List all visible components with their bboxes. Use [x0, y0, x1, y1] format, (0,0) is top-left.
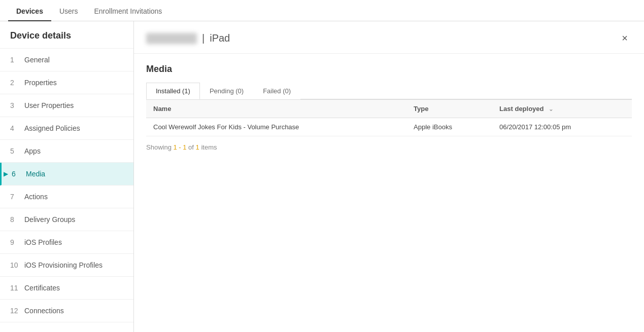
showing-prefix: Showing: [146, 143, 173, 151]
sidebar-item-general[interactable]: 1 General: [0, 49, 133, 71]
top-navigation: Devices Users Enrollment Invitations: [0, 0, 644, 21]
tab-failed[interactable]: Failed (0): [253, 83, 300, 99]
sidebar-item-assigned-policies[interactable]: 4 Assigned Policies: [0, 117, 133, 140]
sidebar-item-media[interactable]: ▶ 6 Media: [0, 163, 133, 186]
media-tab-bar: Installed (1) Pending (0) Failed (0): [146, 83, 632, 99]
sidebar-item-num: 2: [10, 79, 19, 87]
sidebar-item-num: 12: [10, 307, 19, 315]
sidebar-item-num: 6: [12, 170, 21, 178]
content-area: | iPad × Media Installed (1) Pending (0)…: [134, 21, 644, 332]
sidebar-item-label: iOS Provisioning Profiles: [24, 261, 103, 269]
table-row: Cool Werewolf Jokes For Kids - Volume Pu…: [146, 118, 632, 136]
main-layout: Device details 1 General 2 Properties 3 …: [0, 21, 644, 332]
sidebar-item-num: 11: [10, 284, 19, 292]
device-name-blurred: [146, 33, 197, 44]
sidebar-item-ios-profiles[interactable]: 9 iOS Profiles: [0, 231, 133, 254]
sort-icon: ⌄: [549, 106, 553, 112]
showing-of: of: [187, 143, 196, 151]
sidebar-item-label: Actions: [24, 193, 48, 201]
sidebar-item-label: User Properties: [24, 101, 74, 109]
separator: |: [202, 32, 205, 44]
sidebar-item-actions[interactable]: 7 Actions: [0, 186, 133, 208]
media-type: Apple iBooks: [406, 118, 492, 136]
section-title: Media: [146, 64, 632, 75]
active-indicator: ▶: [4, 170, 8, 177]
sidebar-item-label: Connections: [24, 307, 64, 315]
sidebar-item-label: General: [24, 56, 50, 64]
sidebar-item-user-properties[interactable]: 3 User Properties: [0, 94, 133, 117]
media-name: Cool Werewolf Jokes For Kids - Volume Pu…: [146, 118, 406, 136]
sidebar-item-label: Apps: [24, 147, 41, 155]
sidebar-item-label: iOS Profiles: [24, 238, 62, 246]
sidebar: Device details 1 General 2 Properties 3 …: [0, 21, 134, 332]
sidebar-item-num: 3: [10, 101, 19, 109]
device-type: iPad: [210, 32, 230, 44]
showing-count: 1: [196, 143, 199, 151]
sidebar-item-num: 7: [10, 193, 19, 201]
showing-suffix: items: [199, 143, 217, 151]
sidebar-item-certificates[interactable]: 11 Certificates: [0, 277, 133, 300]
sidebar-item-num: 4: [10, 124, 19, 132]
sidebar-item-num: 8: [10, 215, 19, 224]
media-table: Name Type Last deployed ⌄ Cool Werewolf …: [146, 99, 632, 136]
tab-users[interactable]: Users: [51, 2, 86, 21]
content-header: | iPad ×: [134, 21, 644, 54]
sidebar-item-label: Media: [26, 170, 45, 178]
sidebar-title: Device details: [0, 21, 133, 49]
col-header-last-deployed-label: Last deployed: [499, 105, 544, 113]
tab-enrollment-invitations[interactable]: Enrollment Invitations: [86, 2, 171, 21]
tab-pending[interactable]: Pending (0): [200, 83, 253, 99]
showing-text: Showing 1 - 1 of 1 items: [146, 143, 632, 151]
col-header-name: Name: [146, 100, 406, 118]
sidebar-item-num: 10: [10, 261, 19, 269]
close-button[interactable]: ×: [618, 30, 632, 46]
media-last-deployed: 06/20/2017 12:00:05 pm: [492, 118, 632, 136]
showing-range: 1 - 1: [173, 143, 186, 151]
sidebar-item-connections[interactable]: 12 Connections: [0, 300, 133, 322]
col-header-last-deployed[interactable]: Last deployed ⌄: [492, 100, 632, 118]
sidebar-item-properties[interactable]: 2 Properties: [0, 71, 133, 94]
sidebar-item-label: Certificates: [24, 284, 60, 292]
sidebar-item-num: 1: [10, 56, 19, 64]
sidebar-item-num: 9: [10, 238, 19, 246]
tab-devices[interactable]: Devices: [8, 2, 51, 21]
sidebar-item-ios-provisioning-profiles[interactable]: 10 iOS Provisioning Profiles: [0, 254, 133, 277]
col-header-type: Type: [406, 100, 492, 118]
sidebar-item-label: Delivery Groups: [24, 215, 75, 224]
sidebar-item-num: 5: [10, 147, 19, 155]
device-title: | iPad: [146, 32, 230, 44]
content-body: Media Installed (1) Pending (0) Failed (…: [134, 54, 644, 161]
sidebar-item-label: Properties: [24, 79, 57, 87]
sidebar-item-delivery-groups[interactable]: 8 Delivery Groups: [0, 208, 133, 231]
sidebar-item-apps[interactable]: 5 Apps: [0, 140, 133, 163]
tab-installed[interactable]: Installed (1): [146, 83, 200, 99]
sidebar-item-label: Assigned Policies: [24, 124, 80, 132]
